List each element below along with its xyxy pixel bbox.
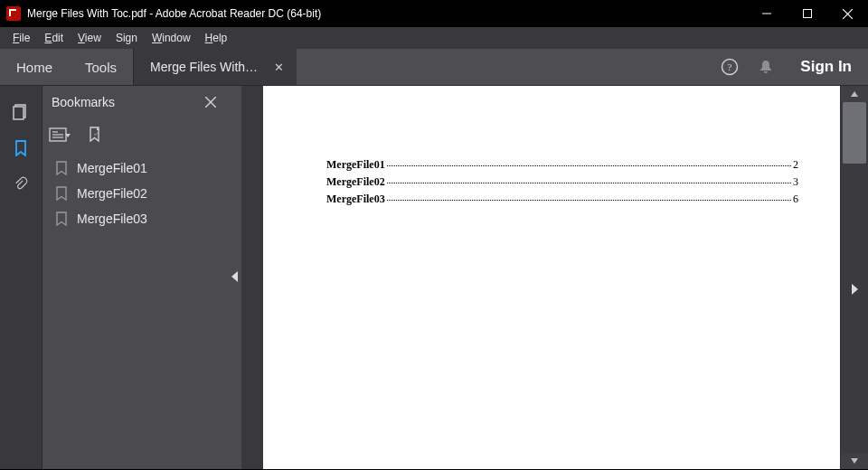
menu-sign[interactable]: Sign — [108, 29, 145, 47]
tab-document-close-button[interactable]: ✕ — [268, 61, 289, 74]
document-margin — [241, 86, 263, 469]
toc-leader-dots — [387, 200, 791, 201]
menu-window[interactable]: Window — [145, 29, 198, 47]
window-maximize-button[interactable] — [787, 0, 827, 27]
help-button[interactable]: ? — [712, 58, 748, 76]
menu-edit[interactable]: Edit — [37, 29, 71, 47]
title-bar: Merge Files With Toc.pdf - Adobe Acrobat… — [0, 0, 868, 27]
toc-entry-page: 6 — [793, 193, 798, 206]
menu-help[interactable]: Help — [198, 29, 235, 47]
bookmark-item[interactable]: MergeFile03 — [46, 206, 225, 231]
svg-marker-17 — [851, 91, 858, 97]
menu-bar: File Edit View Sign Window Help — [0, 27, 868, 49]
window-minimize-button[interactable] — [746, 0, 787, 27]
toc-entry: MergeFile02 3 — [326, 174, 798, 191]
bookmarks-toolbar — [42, 119, 229, 150]
window-close-button[interactable] — [827, 0, 868, 27]
menu-view[interactable]: View — [71, 29, 108, 47]
help-icon: ? — [721, 58, 739, 76]
acrobat-app-icon — [6, 6, 21, 21]
navigation-rail — [0, 86, 42, 469]
right-rail — [840, 86, 868, 469]
chevron-left-icon — [231, 271, 239, 282]
page: MergeFile01 2 MergeFile02 3 MergeFile03 … — [263, 86, 840, 469]
bookmark-item-label: MergeFile02 — [77, 186, 147, 201]
bookmarks-list: MergeFile01 MergeFile02 MergeFile03 — [42, 150, 229, 237]
sign-in-button[interactable]: Sign In — [784, 58, 868, 76]
svg-rect-7 — [14, 107, 24, 119]
tab-document-label: Merge Files With T… — [150, 60, 259, 74]
attachments-panel-button[interactable] — [13, 176, 29, 193]
table-of-contents: MergeFile01 2 MergeFile02 3 MergeFile03 … — [326, 156, 798, 208]
toc-entry: MergeFile03 6 — [326, 191, 798, 208]
svg-marker-16 — [231, 271, 238, 282]
scrollbar-down-button[interactable] — [841, 453, 868, 469]
toc-entry-page: 3 — [793, 175, 798, 189]
bookmark-item[interactable]: MergeFile01 — [46, 155, 225, 181]
tab-document[interactable]: Merge Files With T… ✕ — [133, 49, 297, 85]
page-canvas[interactable]: MergeFile01 2 MergeFile02 3 MergeFile03 … — [263, 86, 840, 469]
menu-file[interactable]: File — [5, 29, 37, 47]
scrollbar-thumb[interactable] — [843, 102, 866, 164]
bookmarks-panel-close-button[interactable] — [202, 93, 220, 111]
tools-pane-toggle[interactable] — [846, 271, 863, 307]
attachment-icon — [13, 176, 29, 193]
tab-home[interactable]: Home — [0, 49, 69, 85]
bookmark-outline-icon — [55, 186, 68, 201]
svg-marker-19 — [852, 284, 858, 295]
bookmark-item-label: MergeFile03 — [77, 212, 147, 226]
chevron-down-icon — [851, 457, 858, 465]
page-thumbnails-icon — [13, 104, 29, 120]
scrollbar-up-button[interactable] — [841, 86, 868, 102]
work-area: Bookmarks MergeFile01 MergeFile02 — [0, 85, 868, 469]
bookmarks-panel: Bookmarks MergeFile01 MergeFile02 — [42, 86, 229, 469]
bookmark-outline-icon — [55, 212, 68, 226]
chevron-right-icon — [851, 284, 858, 295]
tab-tools[interactable]: Tools — [69, 49, 133, 85]
toc-entry-title: MergeFile02 — [326, 175, 385, 189]
bookmark-options-button[interactable] — [48, 125, 73, 145]
svg-marker-18 — [851, 458, 858, 464]
bell-icon — [758, 59, 774, 75]
document-view: MergeFile01 2 MergeFile02 3 MergeFile03 … — [241, 86, 840, 469]
close-icon — [205, 97, 216, 108]
svg-text:?: ? — [728, 61, 732, 72]
bookmarks-panel-title: Bookmarks — [52, 95, 202, 109]
bookmarks-panel-button[interactable] — [13, 140, 29, 156]
notifications-button[interactable] — [748, 59, 784, 75]
toc-leader-dots — [387, 165, 791, 166]
bookmark-icon — [13, 140, 29, 156]
tab-bar: Home Tools Merge Files With T… ✕ ? Sign … — [0, 49, 868, 85]
bookmark-outline-icon — [55, 161, 68, 175]
toc-entry-title: MergeFile03 — [326, 193, 385, 206]
svg-rect-1 — [803, 10, 811, 18]
window-title: Merge Files With Toc.pdf - Adobe Acrobat… — [27, 7, 321, 20]
options-icon — [49, 127, 72, 142]
bookmark-item-label: MergeFile01 — [77, 161, 147, 175]
panel-collapse-handle[interactable] — [229, 86, 241, 469]
toc-entry-title: MergeFile01 — [326, 158, 385, 172]
toc-entry: MergeFile01 2 — [326, 156, 798, 174]
bookmark-item[interactable]: MergeFile02 — [46, 181, 225, 206]
chevron-up-icon — [851, 90, 858, 98]
toc-entry-page: 2 — [793, 158, 798, 172]
thumbnails-panel-button[interactable] — [13, 104, 29, 120]
toc-leader-dots — [387, 183, 791, 183]
new-bookmark-button[interactable] — [82, 125, 108, 145]
bookmark-add-icon — [87, 127, 103, 143]
